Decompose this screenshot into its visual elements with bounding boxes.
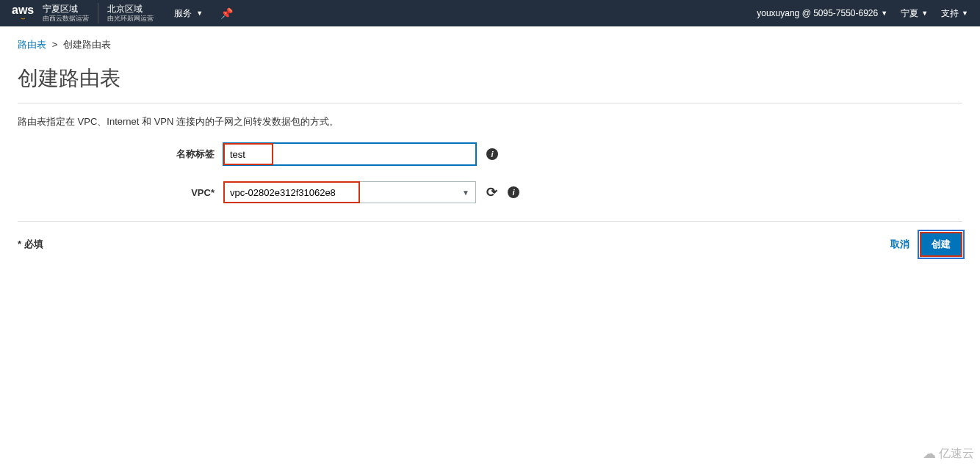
footer-row: * 必填 取消 创建 xyxy=(18,232,962,257)
footer-buttons: 取消 创建 xyxy=(890,232,962,257)
chevron-down-icon: ▼ xyxy=(921,10,928,17)
topnav-right: youxuyang @ 5095-7550-6926 ▼ 宁夏 ▼ 支持 ▼ xyxy=(757,7,968,20)
form-row-vpc: VPC* vpc-02802e312f31062e8 ▼ ⟳ i xyxy=(18,181,962,203)
create-button[interactable]: 创建 xyxy=(920,232,962,257)
region-sub-label: 由西云数据运营 xyxy=(43,15,89,23)
region-beijing[interactable]: 北京区域 由光环新网运营 xyxy=(98,3,162,23)
breadcrumb-link[interactable]: 路由表 xyxy=(18,39,46,50)
account-label: youxuyang @ 5095-7550-6926 xyxy=(757,8,878,18)
support-menu[interactable]: 支持 ▼ xyxy=(941,7,968,20)
support-label: 支持 xyxy=(941,7,959,20)
cancel-button[interactable]: 取消 xyxy=(890,238,909,251)
main-content: 路由表 > 创建路由表 创建路由表 路由表指定在 VPC、Internet 和 … xyxy=(0,26,980,269)
region-sub-label: 由光环新网运营 xyxy=(107,15,154,23)
pin-icon[interactable]: 📌 xyxy=(220,7,233,19)
region-ningxia[interactable]: 宁夏区域 由西云数据运营 xyxy=(43,3,98,23)
region-name-label: 宁夏区域 xyxy=(43,4,89,14)
account-menu[interactable]: youxuyang @ 5095-7550-6926 ▼ xyxy=(757,8,887,18)
info-icon[interactable]: i xyxy=(486,148,498,160)
footer-divider xyxy=(18,221,962,222)
chevron-down-icon: ▼ xyxy=(196,10,203,17)
name-input[interactable] xyxy=(223,143,476,165)
page-description: 路由表指定在 VPC、Internet 和 VPN 连接内的子网之间转发数据包的… xyxy=(18,115,962,128)
vpc-label: VPC* xyxy=(18,187,223,198)
vpc-select[interactable]: vpc-02802e312f31062e8 ▼ xyxy=(223,181,476,203)
services-label: 服务 xyxy=(174,7,192,20)
services-menu[interactable]: 服务 ▼ xyxy=(174,7,203,20)
refresh-icon[interactable]: ⟳ xyxy=(486,184,497,200)
required-note: * 必填 xyxy=(18,238,43,251)
cloud-icon: ☁ xyxy=(923,445,936,462)
aws-logo[interactable]: aws ⌣ xyxy=(12,4,34,22)
vpc-select-value: vpc-02802e312f31062e8 xyxy=(230,187,336,198)
breadcrumb-separator: > xyxy=(52,39,58,50)
top-navigation: aws ⌣ 宁夏区域 由西云数据运营 北京区域 由光环新网运营 服务 ▼ 📌 y… xyxy=(0,0,980,26)
page-title: 创建路由表 xyxy=(18,65,962,92)
chevron-down-icon: ▼ xyxy=(962,10,968,17)
breadcrumb: 路由表 > 创建路由表 xyxy=(18,38,962,51)
region-selector[interactable]: 宁夏 ▼ xyxy=(901,7,928,20)
name-label: 名称标签 xyxy=(18,148,223,161)
info-icon[interactable]: i xyxy=(508,186,519,198)
watermark: ☁ 亿速云 xyxy=(923,445,974,462)
region-short-label: 宁夏 xyxy=(901,7,918,20)
chevron-down-icon: ▼ xyxy=(881,10,887,17)
aws-smile-icon: ⌣ xyxy=(21,15,26,22)
title-divider xyxy=(18,103,962,103)
chevron-down-icon: ▼ xyxy=(462,189,469,197)
region-name-label: 北京区域 xyxy=(107,4,154,14)
form-row-name: 名称标签 i xyxy=(18,143,962,165)
breadcrumb-current: 创建路由表 xyxy=(63,39,111,50)
watermark-text: 亿速云 xyxy=(939,446,974,462)
